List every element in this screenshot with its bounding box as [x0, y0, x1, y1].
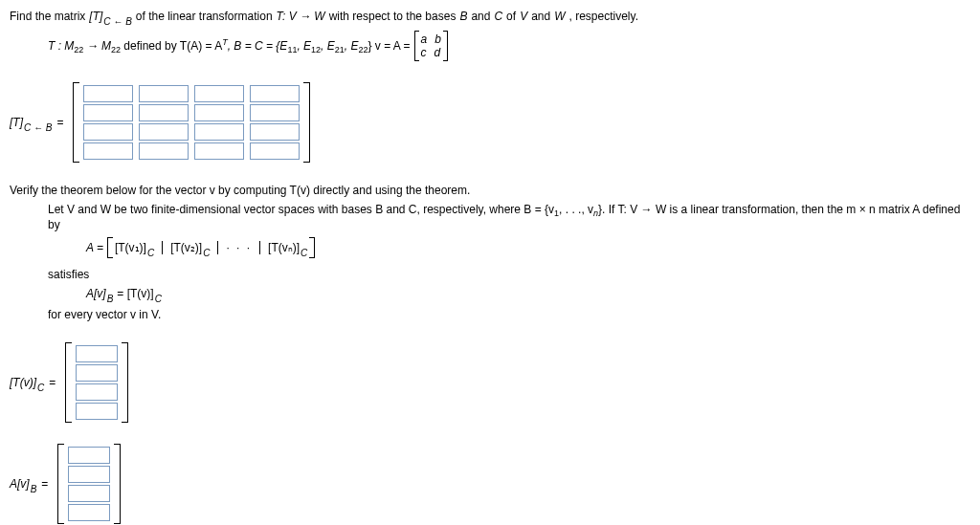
label-TCB: [T] C ← B = — [10, 116, 63, 129]
text: T : M22 → M22 defined by T(A) = AT, B = … — [48, 37, 411, 55]
matrix-cell[interactable] — [139, 123, 189, 141]
text: of — [506, 10, 516, 23]
matrix-cell[interactable] — [139, 142, 189, 160]
text: T: V → W — [277, 10, 325, 23]
forevery-line: for every vector v in V. — [48, 308, 970, 321]
matrix-cell[interactable] — [250, 104, 300, 121]
matrix-TCB-input — [73, 82, 310, 163]
expr-T-CB: [T] C ← B — [89, 10, 131, 23]
vector-TvC-input — [65, 342, 128, 423]
vector-cell[interactable] — [68, 504, 110, 521]
vector-cell[interactable] — [68, 447, 110, 464]
label-AvB: A[v] B = — [10, 477, 48, 491]
label-TvC: [T(v)] C = — [10, 376, 56, 389]
matrix-cell[interactable] — [250, 123, 300, 141]
matrix-cell[interactable] — [83, 85, 133, 102]
matrix-cell[interactable] — [194, 85, 244, 102]
matrix-cell[interactable] — [194, 142, 244, 160]
matrix-cell[interactable] — [194, 104, 244, 121]
matrix-cell[interactable] — [250, 85, 300, 102]
matrix-TCB-row: [T] C ← B = — [10, 82, 970, 163]
text: , respectively. — [569, 10, 638, 23]
text: V — [520, 10, 527, 23]
vector-cell[interactable] — [68, 485, 110, 502]
A-columns-bracket: [T(v₁)]C [T(v₂)]C · · · [T(vₙ)]C — [107, 237, 315, 258]
text: A = — [86, 241, 103, 254]
matrix-cell[interactable] — [250, 142, 300, 160]
text: B — [459, 10, 467, 23]
TvC-row: [T(v)] C = — [10, 342, 970, 423]
text: with respect to the bases — [329, 10, 457, 23]
matrix-cell[interactable] — [83, 142, 133, 160]
vector-AvB-input — [57, 444, 121, 524]
vector-cell[interactable] — [68, 466, 110, 483]
matrix-cell[interactable] — [139, 104, 189, 121]
text: Find the matrix — [10, 10, 85, 23]
text: of the linear transformation — [136, 10, 273, 23]
text: C — [494, 10, 502, 23]
vector-cell[interactable] — [76, 403, 118, 420]
AvB-eq-line: A[v]B = [T(v)]C — [86, 287, 970, 300]
vector-cell[interactable] — [76, 383, 118, 401]
matrix-A-2x2: ab cd — [414, 31, 448, 61]
vector-cell[interactable] — [76, 364, 118, 382]
A-def-line: A = [T(v₁)]C [T(v₂)]C · · · [T(vₙ)]C — [86, 237, 970, 258]
text: and — [531, 10, 550, 23]
matrix-cell[interactable] — [83, 123, 133, 141]
let-line: Let V and W be two finite-dimensional ve… — [48, 203, 970, 231]
prompt-line-2: T : M22 → M22 defined by T(A) = AT, B = … — [48, 31, 970, 61]
satisfies-line: satisfies — [48, 268, 970, 281]
text: W — [554, 10, 565, 23]
prompt-line-1: Find the matrix [T] C ← B of the linear … — [10, 10, 970, 23]
matrix-cell[interactable] — [139, 85, 189, 102]
verify-line: Verify the theorem below for the vector … — [10, 184, 970, 197]
text: and — [471, 10, 490, 23]
AvB-row: A[v] B = — [10, 444, 970, 524]
matrix-cell[interactable] — [83, 104, 133, 121]
vector-cell[interactable] — [76, 345, 118, 362]
matrix-cell[interactable] — [194, 123, 244, 141]
